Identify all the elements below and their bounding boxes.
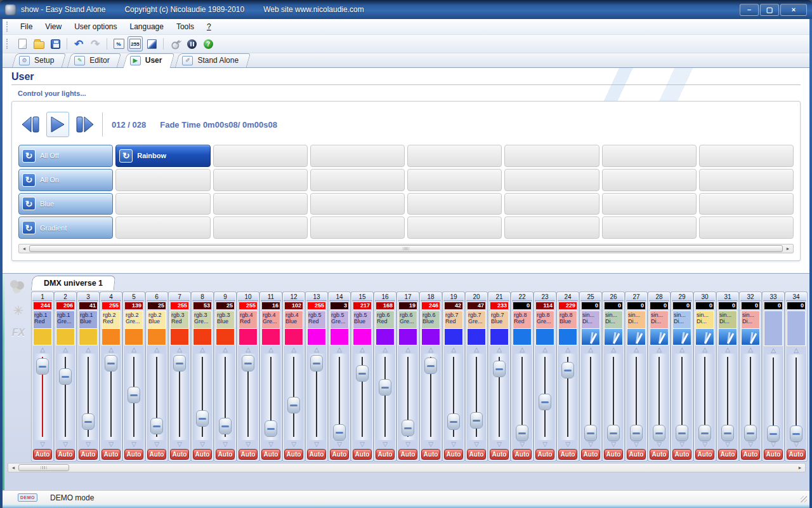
fader-thumb[interactable]	[310, 355, 323, 371]
fader-thumb[interactable]	[539, 394, 551, 410]
fader-up-button[interactable]: △	[238, 345, 258, 354]
auto-button[interactable]: Auto	[102, 449, 121, 460]
scene-button-rainbow[interactable]: ↻ Rainbow	[115, 145, 210, 167]
fader-down-button[interactable]: ▽	[535, 440, 555, 448]
auto-button[interactable]: Auto	[421, 449, 440, 460]
fader-down-button[interactable]: ▽	[375, 440, 395, 448]
percent-display-button[interactable]: %	[111, 36, 126, 51]
fader-thumb[interactable]	[219, 418, 232, 434]
fader-slider[interactable]	[261, 354, 280, 440]
auto-button[interactable]: Auto	[216, 449, 235, 460]
fader-down-button[interactable]: ▽	[32, 440, 53, 448]
fader-scrollbar[interactable]: ◄ ►	[8, 463, 806, 472]
menu-view[interactable]: View	[39, 20, 68, 34]
fader-thumb[interactable]	[698, 425, 711, 441]
fader-thumb[interactable]	[128, 387, 140, 403]
auto-button[interactable]: Auto	[558, 449, 577, 460]
auto-button[interactable]: Auto	[535, 449, 554, 460]
fader-thumb[interactable]	[105, 355, 117, 371]
auto-button[interactable]: Auto	[672, 449, 691, 460]
fader-slider[interactable]	[102, 354, 121, 440]
scene-button-empty[interactable]	[504, 145, 599, 167]
fader-slider[interactable]	[741, 354, 760, 440]
minimize-button[interactable]: –	[740, 4, 759, 16]
fader-slider[interactable]	[216, 354, 235, 440]
fader-slider[interactable]	[558, 354, 577, 440]
scene-button-empty[interactable]	[602, 193, 697, 215]
fader-down-button[interactable]: ▽	[672, 440, 692, 448]
scene-button-all-off[interactable]: ↻ All Off	[18, 145, 113, 167]
help-button[interactable]: ?	[200, 36, 216, 51]
fader-down-button[interactable]: ▽	[352, 440, 372, 448]
scene-button-empty[interactable]	[213, 193, 308, 215]
fader-slider[interactable]	[627, 354, 646, 440]
fader-slider[interactable]	[490, 354, 509, 440]
fader-thumb[interactable]	[36, 358, 49, 375]
save-button[interactable]	[48, 36, 63, 51]
auto-button[interactable]: Auto	[764, 449, 783, 460]
fader-thumb[interactable]	[767, 425, 780, 442]
scene-button-empty[interactable]	[213, 169, 308, 191]
fader-thumb[interactable]	[265, 420, 277, 437]
menu-file[interactable]: File	[14, 20, 39, 34]
fader-thumb[interactable]	[402, 420, 414, 436]
scene-button-empty[interactable]	[115, 217, 210, 239]
fader-up-button[interactable]: △	[101, 345, 121, 354]
scroll-right-arrow-icon[interactable]: ►	[796, 464, 804, 471]
redo-button[interactable]: ↷	[88, 36, 103, 51]
fader-down-button[interactable]: ▽	[306, 440, 327, 448]
scroll-right-arrow-icon[interactable]: ►	[783, 245, 792, 252]
fader-down-button[interactable]: ▽	[192, 440, 213, 448]
auto-button[interactable]: Auto	[513, 449, 532, 460]
fader-down-button[interactable]: ▽	[649, 440, 669, 448]
fader-down-button[interactable]: ▽	[695, 440, 715, 448]
fader-up-button[interactable]: △	[421, 345, 441, 354]
auto-button[interactable]: Auto	[376, 449, 395, 460]
fader-slider[interactable]	[581, 354, 600, 440]
auto-button[interactable]: Auto	[330, 449, 349, 460]
fader-thumb[interactable]	[630, 425, 643, 441]
menu--[interactable]: ?	[200, 20, 218, 34]
fader-up-button[interactable]: △	[535, 345, 555, 354]
auto-button[interactable]: Auto	[147, 449, 166, 460]
scene-button-empty[interactable]	[504, 193, 599, 215]
fader-up-button[interactable]: △	[192, 345, 213, 354]
fader-down-button[interactable]: ▽	[626, 440, 646, 448]
fader-slider[interactable]	[650, 354, 669, 440]
next-scene-button[interactable]	[73, 112, 96, 137]
fader-thumb[interactable]	[379, 379, 391, 396]
auto-button[interactable]: Auto	[490, 449, 509, 460]
fader-up-button[interactable]: △	[466, 345, 487, 354]
auto-button[interactable]: Auto	[170, 449, 189, 460]
display-255-button[interactable]: 255	[128, 36, 143, 51]
fader-thumb[interactable]	[59, 368, 72, 385]
fader-thumb[interactable]	[196, 410, 209, 427]
scene-button-empty[interactable]	[407, 145, 502, 167]
key-button[interactable]	[167, 36, 183, 51]
auto-button[interactable]: Auto	[56, 449, 75, 460]
fader-thumb[interactable]	[493, 361, 506, 377]
auto-button[interactable]: Auto	[581, 449, 600, 460]
open-button[interactable]	[31, 36, 46, 51]
fader-up-button[interactable]: △	[717, 345, 738, 354]
fader-thumb[interactable]	[333, 424, 346, 441]
fader-slider[interactable]	[764, 354, 783, 440]
fader-slider[interactable]	[193, 354, 212, 440]
fader-slider[interactable]	[467, 354, 486, 440]
scene-button-empty[interactable]	[699, 193, 794, 215]
fader-up-button[interactable]: △	[375, 345, 395, 354]
fader-up-button[interactable]: △	[398, 345, 418, 354]
fader-up-button[interactable]: △	[740, 345, 761, 354]
scene-scrollbar[interactable]: ◄ ►	[18, 244, 794, 253]
scene-button-empty[interactable]	[310, 169, 405, 191]
fader-slider[interactable]	[284, 354, 303, 440]
tab-editor[interactable]: ✎ Editor	[67, 53, 121, 67]
fader-slider[interactable]	[787, 354, 806, 440]
scene-button-empty[interactable]	[504, 217, 599, 239]
fader-up-button[interactable]: △	[169, 345, 190, 354]
fader-slider[interactable]	[376, 354, 395, 440]
auto-button[interactable]: Auto	[33, 449, 52, 460]
fader-up-button[interactable]: △	[261, 345, 281, 354]
fader-thumb[interactable]	[287, 397, 300, 413]
auto-button[interactable]: Auto	[467, 449, 486, 460]
